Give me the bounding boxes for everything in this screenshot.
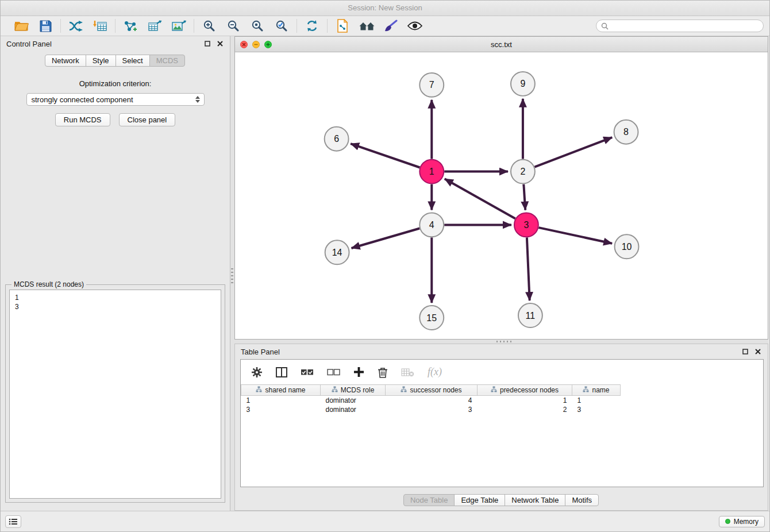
close-panel-action-button[interactable]: Close panel [119,113,176,126]
graph-node-11[interactable]: 11 [518,303,542,327]
tab-network[interactable]: Network [45,55,86,67]
graph-node-label: 1 [429,167,434,176]
float-panel-button[interactable] [203,40,211,48]
tab-node-table[interactable]: Node Table [403,494,455,506]
tab-edge-table[interactable]: Edge Table [454,494,505,506]
table-cell[interactable]: 1 [572,396,621,405]
column-header-name[interactable]: name [572,385,621,396]
zoom-fit-button[interactable] [248,18,267,34]
table-cell[interactable]: dominator [321,405,386,414]
table-cell[interactable]: 2 [478,405,572,414]
table-cell[interactable]: 3 [572,405,621,414]
table-cell[interactable]: 4 [386,396,478,405]
mcds-result-list[interactable]: 13 [9,290,221,499]
tab-select[interactable]: Select [116,55,150,67]
select-all-button[interactable] [299,367,315,377]
style-brush-button[interactable] [381,18,401,34]
home-icon [359,21,375,32]
graph-node-label: 2 [520,167,525,176]
graph-edge-3-1[interactable] [445,179,515,218]
table-settings-button[interactable] [250,365,264,379]
horizontal-splitter[interactable] [234,340,768,344]
column-header-shared-name[interactable]: shared name [241,385,321,396]
window-titlebar[interactable]: Session: New Session [1,1,769,16]
export-image-button[interactable] [169,18,188,34]
open-file-button[interactable] [11,18,31,34]
graph-node-6[interactable]: 6 [325,127,349,151]
network-document-button[interactable] [333,18,352,34]
layout-group [297,18,327,34]
table-row[interactable]: 3dominator323 [241,405,764,414]
graph-edge-3-10[interactable] [538,228,612,244]
graph-edge-2-3[interactable] [523,184,525,210]
graph-node-7[interactable]: 7 [419,73,444,97]
apply-layout-button[interactable] [302,18,322,34]
column-header-successor-nodes[interactable]: successor nodes [386,385,478,396]
table-cell[interactable]: 1 [478,396,572,405]
float-table-panel-button[interactable] [741,348,749,356]
close-panel-button[interactable] [216,40,224,48]
close-table-panel-button[interactable] [754,348,762,356]
show-hide-button[interactable] [405,18,425,34]
maximize-window-button[interactable] [264,41,272,48]
add-row-button[interactable] [352,365,365,379]
network-window-titlebar[interactable]: scc.txt [235,37,768,52]
save-session-button[interactable] [36,18,55,34]
columns-icon [276,367,287,377]
graph-node-1[interactable]: 1 [419,160,444,184]
tab-network-table[interactable]: Network Table [505,494,565,506]
search-input[interactable] [611,22,759,30]
show-columns-button[interactable] [275,366,288,379]
graph-node-10[interactable]: 10 [615,234,639,259]
zoom-out-button[interactable] [224,18,243,34]
graph-node-15[interactable]: 15 [419,306,444,330]
main-toolbar [1,16,769,36]
search-field[interactable] [596,20,764,32]
status-bar: Memory [1,511,769,531]
column-header-predecessor-nodes[interactable]: predecessor nodes [478,385,572,396]
plus-icon [353,367,364,377]
task-history-button[interactable] [5,515,21,528]
task-list-icon [9,518,18,525]
deselect-all-button[interactable] [326,367,341,377]
home-button[interactable] [357,18,376,34]
tab-style[interactable]: Style [86,55,116,67]
sort-icon [401,386,407,394]
table-cell[interactable]: 3 [241,405,321,414]
delete-table-button[interactable] [400,367,415,378]
tab-motifs[interactable]: Motifs [565,494,599,506]
column-header-MCDS-role[interactable]: MCDS role [321,385,386,396]
graph-edge-4-14[interactable] [352,228,420,248]
zoom-selected-button[interactable] [272,18,291,34]
graph-edge-1-6[interactable] [351,144,419,167]
optimization-criterion-select[interactable]: strongly connected component [26,93,205,106]
export-table-button[interactable] [145,18,164,34]
graph-node-8[interactable]: 8 [614,120,638,144]
function-builder-button[interactable]: f(x) [426,365,443,379]
zoom-in-button[interactable] [199,18,219,34]
graph-node-2[interactable]: 2 [511,160,535,184]
fx-icon: f(x) [428,366,442,378]
graph-edge-2-8[interactable] [534,137,612,167]
graph-node-label: 10 [622,242,632,252]
graph-node-3[interactable]: 3 [514,213,538,237]
close-window-button[interactable] [240,41,248,48]
table-cell[interactable]: dominator [321,396,386,405]
table-row[interactable]: 1dominator411 [241,396,764,405]
network-canvas[interactable]: 7968124314101511 [235,52,768,339]
minimize-window-button[interactable] [252,41,260,48]
graph-node-14[interactable]: 14 [325,240,349,264]
new-network-button[interactable] [121,18,140,34]
vertical-splitter[interactable] [230,36,234,511]
table-cell[interactable]: 3 [386,405,478,414]
graph-node-9[interactable]: 9 [511,72,535,96]
graph-node-4[interactable]: 4 [419,213,444,237]
run-mcds-button[interactable]: Run MCDS [55,113,110,126]
import-network-button[interactable] [66,18,86,34]
delete-rows-button[interactable] [376,365,389,379]
import-table-button[interactable] [90,18,110,34]
table-cell[interactable]: 1 [241,396,321,405]
tab-mcds[interactable]: MCDS [149,55,185,67]
memory-button[interactable]: Memory [719,516,765,527]
graph-edge-3-11[interactable] [527,237,530,300]
